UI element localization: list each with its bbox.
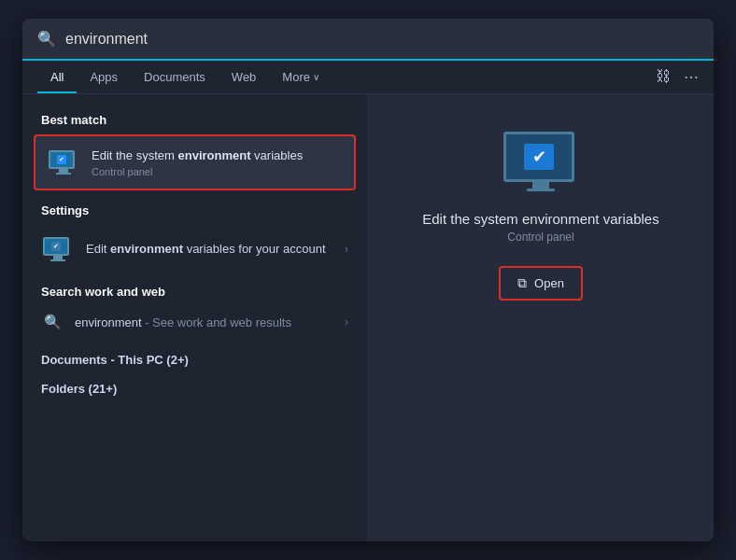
open-button-label: Open (534, 276, 564, 290)
folders-item[interactable]: Folders (21+) (22, 374, 367, 403)
monitor-big-icon: ✔ (503, 132, 578, 192)
tab-more[interactable]: More ∨ (269, 61, 333, 93)
tab-apps[interactable]: Apps (77, 61, 131, 93)
search-icon: 🔍 (37, 30, 56, 48)
documents-item[interactable]: Documents - This PC (2+) (22, 345, 367, 374)
search-input[interactable] (65, 31, 699, 48)
sww-item[interactable]: 🔍 environment - See work and web results… (22, 306, 367, 338)
settings-item-text: Edit environment variables for your acco… (86, 241, 333, 258)
settings-icon: ✔ (41, 232, 75, 266)
more-options-icon[interactable]: ⋯ (684, 68, 699, 86)
external-link-icon: ⧉ (517, 275, 527, 291)
sww-arrow-icon: › (345, 315, 348, 329)
search-window: 🔍 All Apps Documents Web More ∨ ⛓ ⋯ Best… (22, 19, 714, 541)
best-match-title: Edit the system environment variables (92, 147, 343, 164)
settings-item-title: Edit environment variables for your acco… (86, 241, 333, 258)
settings-item[interactable]: ✔ Edit environment variables for your ac… (22, 225, 367, 273)
control-panel-icon: ✔ (47, 146, 80, 179)
nav-tabs: All Apps Documents Web More ∨ ⛓ ⋯ (22, 61, 714, 94)
sww-label: Search work and web (22, 281, 367, 306)
tab-web[interactable]: Web (219, 61, 270, 93)
sww-item-title: environment - See work and web results (75, 315, 333, 329)
best-match-label: Best match (22, 109, 367, 134)
best-match-subtitle: Control panel (92, 166, 343, 177)
arrow-right-icon: › (345, 243, 348, 256)
right-panel-title: Edit the system environment variables (422, 211, 658, 227)
search-bar: 🔍 (22, 19, 714, 61)
right-panel: ✔ Edit the system environment variables … (368, 94, 714, 541)
sww-item-text: environment - See work and web results (75, 315, 333, 329)
tab-all[interactable]: All (37, 61, 77, 93)
search-small-icon: 🔍 (41, 314, 64, 330)
best-match-item[interactable]: ✔ Edit the system environment variables … (34, 134, 356, 190)
open-button[interactable]: ⧉ Open (499, 266, 583, 301)
settings-label: Settings (22, 200, 367, 225)
left-panel: Best match ✔ Edit the system environment… (22, 94, 368, 541)
share-icon[interactable]: ⛓ (656, 68, 671, 86)
best-match-text: Edit the system environment variables Co… (92, 147, 343, 177)
content-area: Best match ✔ Edit the system environment… (22, 94, 714, 541)
tab-documents[interactable]: Documents (131, 61, 219, 93)
right-panel-subtitle: Control panel (507, 231, 573, 244)
chevron-down-icon: ∨ (313, 72, 319, 82)
